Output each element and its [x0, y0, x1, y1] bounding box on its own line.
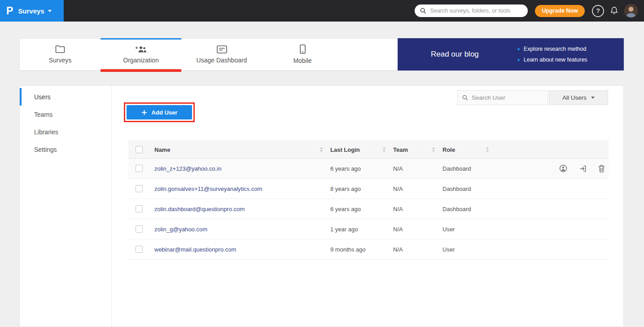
organization-icon — [135, 45, 147, 53]
header-checkbox-cell — [128, 146, 154, 153]
sort-last-login-button[interactable] — [382, 147, 386, 152]
product-name: Surveys — [18, 7, 44, 15]
usage-dashboard-icon — [217, 45, 227, 53]
table-row: zolin_z+123@yahoo.co.in 6 years ago N/A … — [128, 159, 609, 179]
last-login-cell: 9 months ago — [330, 246, 393, 253]
tab-surveys[interactable]: Surveys — [20, 39, 101, 70]
sidebar-item-settings[interactable]: Settings — [20, 141, 111, 158]
sign-in-button[interactable] — [579, 165, 587, 172]
table-row: zolin_g@yahoo.com 1 year ago N/A User — [128, 219, 609, 239]
row-checkbox-cell — [128, 225, 154, 233]
logo-letter: P — [6, 6, 13, 16]
question-icon: ? — [596, 7, 600, 14]
team-cell: N/A — [393, 226, 442, 233]
organization-panel: Users Teams Libraries Settings All Users — [19, 85, 624, 327]
user-avatar[interactable] — [624, 4, 638, 18]
product-switcher[interactable]: Surveys — [18, 7, 51, 15]
tab-label: Mobile — [293, 57, 311, 64]
role-cell: User — [442, 226, 496, 233]
row-checkbox-cell — [128, 205, 154, 212]
notifications-button[interactable] — [610, 6, 618, 15]
add-user-button[interactable]: Add User — [127, 105, 192, 119]
tab-organization[interactable]: Organization — [101, 39, 181, 70]
row-checkbox-cell — [128, 185, 154, 192]
header-role: Role — [442, 146, 496, 153]
row-checkbox-cell — [128, 165, 154, 172]
row-checkbox[interactable] — [136, 165, 143, 172]
role-cell: Dashboard — [442, 165, 496, 172]
user-email-link[interactable]: zolin_g@yahoo.com — [154, 226, 207, 233]
role-cell: Dashboard — [442, 186, 496, 192]
upgrade-button[interactable]: Upgrade Now — [535, 5, 585, 17]
sort-team-button[interactable] — [432, 147, 435, 152]
row-checkbox-cell — [128, 246, 154, 253]
banner-bullet-text: Learn about new features — [524, 57, 587, 63]
name-cell: zolin.dashboard@questionpro.com — [154, 206, 330, 212]
name-cell: zolin_g@yahoo.com — [154, 226, 330, 233]
mobile-icon — [300, 44, 306, 54]
sign-in-icon — [579, 165, 587, 172]
nav-tabs-card: Surveys Organization Usage Dashboard Mob… — [19, 38, 624, 71]
trash-icon — [598, 164, 605, 172]
column-label: Name — [154, 146, 170, 153]
role-cell: Dashboard — [442, 206, 496, 212]
banner-bullet-text: Explore research method — [524, 46, 587, 52]
questionpro-logo[interactable]: P Surveys — [0, 0, 64, 22]
all-users-dropdown-label: All Users — [562, 94, 587, 101]
sidebar-item-label: Settings — [34, 146, 57, 153]
all-users-dropdown[interactable]: All Users — [549, 90, 608, 105]
banner-bullet: Explore research method — [517, 46, 587, 52]
column-label: Last Login — [330, 146, 360, 153]
team-cell: N/A — [393, 246, 442, 253]
chevron-down-icon — [48, 10, 52, 12]
banner-bullets: Explore research method Learn about new … — [517, 46, 587, 63]
user-email-link[interactable]: webinar@mail.questionpro.com — [154, 246, 236, 253]
name-cell: zolin_z+123@yahoo.co.in — [154, 165, 330, 172]
row-checkbox[interactable] — [136, 225, 143, 233]
banner-bullet: Learn about new features — [517, 57, 587, 63]
sidebar-item-libraries[interactable]: Libraries — [20, 123, 111, 141]
column-label: Team — [393, 146, 408, 153]
user-email-link[interactable]: zolin_z+123@yahoo.co.in — [154, 165, 221, 172]
user-email-link[interactable]: zolin.gonsalves+11@surveyanalytics.com — [154, 186, 262, 192]
column-label: Role — [442, 146, 455, 153]
bullet-dot-icon — [517, 48, 520, 50]
sidebar-item-label: Teams — [34, 111, 53, 118]
global-search[interactable] — [415, 4, 528, 17]
last-login-cell: 6 years ago — [330, 165, 393, 172]
user-email-link[interactable]: zolin.dashboard@questionpro.com — [154, 206, 245, 212]
row-checkbox[interactable] — [136, 205, 143, 212]
sidebar-item-teams[interactable]: Teams — [20, 106, 111, 123]
table-header: Name Last Login Team Role — [128, 141, 609, 159]
bullet-dot-icon — [517, 59, 520, 61]
annotation-box: Add User — [124, 102, 195, 122]
sidebar-item-label: Libraries — [34, 128, 58, 136]
row-checkbox[interactable] — [136, 185, 143, 192]
sidebar-item-users[interactable]: Users — [20, 88, 111, 106]
header-team: Team — [393, 146, 442, 153]
search-user-input[interactable] — [472, 94, 551, 101]
sidebar-item-label: Users — [34, 93, 51, 101]
team-cell: N/A — [393, 186, 442, 192]
global-search-input[interactable] — [430, 8, 522, 14]
blog-banner[interactable]: Read our blog Explore research method Le… — [398, 38, 624, 71]
login-as-user-button[interactable] — [559, 164, 567, 172]
help-button[interactable]: ? — [592, 5, 604, 17]
name-cell: webinar@mail.questionpro.com — [154, 246, 330, 253]
last-login-cell: 6 years ago — [330, 206, 393, 212]
add-user-label: Add User — [152, 109, 178, 116]
search-user-box[interactable] — [457, 90, 548, 105]
org-sidebar: Users Teams Libraries Settings — [20, 86, 112, 327]
users-table: Name Last Login Team Role — [128, 141, 609, 260]
tab-usage-dashboard[interactable]: Usage Dashboard — [181, 39, 262, 70]
row-checkbox[interactable] — [136, 246, 143, 253]
sort-role-button[interactable] — [486, 147, 489, 152]
sort-name-button[interactable] — [320, 147, 323, 152]
name-cell: zolin.gonsalves+11@surveyanalytics.com — [154, 186, 330, 192]
user-filters: All Users — [457, 90, 608, 105]
tab-mobile[interactable]: Mobile — [262, 39, 343, 70]
delete-user-button[interactable] — [598, 164, 605, 172]
bell-icon — [610, 6, 618, 15]
login-as-user-icon — [559, 164, 567, 172]
select-all-checkbox[interactable] — [136, 146, 143, 153]
